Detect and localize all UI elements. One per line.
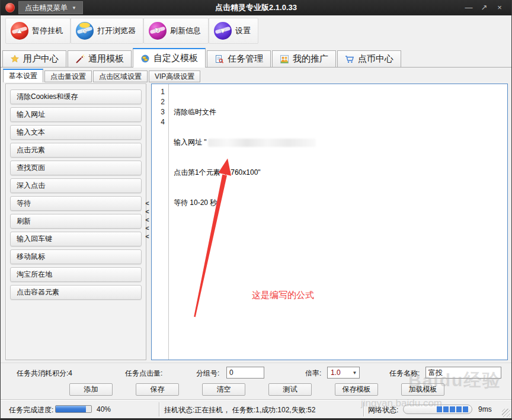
group-number-input[interactable]	[226, 367, 264, 379]
tab-my-promotion[interactable]: 我的推广	[272, 50, 336, 67]
sub-tab-bar: 基本设置 点击量设置 点击区域设置 VIP高级设置	[3, 69, 201, 82]
code-line-text: 输入网址 "	[174, 137, 207, 148]
chevron-left-icon: <	[145, 207, 149, 216]
progress-percent: 40%	[97, 405, 111, 413]
sidebar-btn-click-container[interactable]: 点击容器元素	[10, 285, 142, 300]
doc-magnifier-icon	[215, 54, 224, 64]
code-line: 清除临时文件	[174, 107, 507, 117]
pause-hangup-button[interactable]: ▲ 暂停挂机	[5, 18, 71, 44]
tab-label: 自定义模板	[153, 53, 198, 64]
tab-label: 任务管理	[228, 53, 263, 65]
subtab-label: 基本设置	[9, 71, 37, 81]
chevron-left-icon: <	[145, 216, 149, 224]
open-browser-button[interactable]: e 打开浏览器	[71, 18, 143, 44]
line-number: 3	[152, 107, 165, 117]
resize-grip[interactable]	[502, 409, 510, 417]
magic-wand-icon	[75, 54, 85, 64]
settings-label: 设置	[235, 25, 251, 36]
subtab-basic-settings[interactable]: 基本设置	[3, 69, 43, 82]
code-line-text: 清除临时文件	[174, 107, 216, 117]
signal-block	[456, 406, 462, 412]
refresh-info-label: 刷新信息	[170, 25, 201, 36]
chevron-left-icon: <	[145, 224, 149, 232]
sidebar-btn-move-mouse[interactable]: 移动鼠标	[10, 249, 142, 264]
line-number: 1	[152, 87, 165, 97]
splitter-handle[interactable]: < < < < <	[143, 199, 151, 241]
code-line: 等待 10-20 秒	[174, 198, 507, 208]
settings-ball-icon: ▼	[214, 22, 232, 40]
refresh-info-ball-icon: ↻	[149, 22, 167, 40]
rate-dropdown[interactable]: 1.0 ▼	[327, 367, 360, 379]
rate-value: 1.0	[328, 368, 350, 377]
sidebar-btn-refresh[interactable]: 刷新	[10, 214, 142, 229]
save-button[interactable]: 保存	[136, 383, 179, 396]
code-line: 输入网址 "	[174, 137, 507, 148]
app-logo-icon	[5, 3, 15, 12]
clear-button[interactable]: 清空	[202, 383, 245, 396]
people-icon	[280, 54, 289, 64]
subtab-label: VIP高级设置	[155, 72, 194, 82]
sidebar-btn-taobao-location[interactable]: 淘宝所在地	[10, 267, 142, 282]
tab-label: 点币中心	[358, 53, 393, 65]
subtab-click-area-settings[interactable]: 点击区域设置	[93, 70, 148, 82]
sidebar-btn-input-text[interactable]: 输入文本	[10, 125, 142, 140]
line-number: 2	[152, 97, 165, 107]
toolbar: ▲ 暂停挂机 e 打开浏览器 ↻ 刷新信息 ▼ 设置	[1, 15, 511, 47]
divider	[363, 402, 364, 416]
sidebar-btn-input-url[interactable]: 输入网址	[10, 107, 142, 122]
test-button[interactable]: 测试	[268, 383, 312, 396]
sidebar-btn-clear-cookies[interactable]: 清除Cookies和缓存	[10, 89, 142, 104]
open-browser-label: 打开浏览器	[97, 25, 136, 36]
code-line: 点击第1个元素 "m760x100"	[174, 168, 507, 178]
points-consumed-label: 任务共消耗积分:4	[17, 368, 72, 379]
tab-label: 我的推广	[293, 53, 328, 65]
star-icon	[10, 54, 20, 64]
signal-block	[443, 406, 449, 412]
minimize-button[interactable]: —	[464, 3, 473, 12]
load-template-button[interactable]: 加载模板	[401, 383, 444, 396]
tab-custom-template[interactable]: 自定义模板	[133, 48, 206, 68]
app-menu-button[interactable]: 点击精灵菜单 ▼	[18, 1, 83, 14]
line-number: 4	[152, 117, 165, 127]
subtab-vip-advanced-settings[interactable]: VIP高级设置	[149, 70, 200, 82]
latency-value: 9ms	[478, 405, 492, 413]
script-editor[interactable]: 1 2 3 4 清除临时文件 输入网址 " 点击第1个元素 "m760x100"…	[151, 84, 508, 360]
refresh-info-button[interactable]: ↻ 刷新信息	[143, 18, 209, 44]
window-controls: — ↗ ×	[464, 3, 511, 12]
task-form-panel: 任务共消耗积分:4 任务点击量: 分组号: 倍率: 1.0 ▼ 任务名称: 添加…	[1, 363, 511, 399]
tab-task-manage[interactable]: 任务管理	[207, 50, 271, 67]
tab-coin-center[interactable]: 点币中心	[337, 50, 401, 67]
signal-block	[463, 406, 468, 412]
app-menu-label: 点击精灵菜单	[25, 3, 68, 13]
progress-bar	[55, 405, 92, 413]
task-name-label: 任务名称:	[389, 368, 420, 379]
sidebar-btn-click-element[interactable]: 点击元素	[10, 143, 142, 158]
subtab-click-volume-settings[interactable]: 点击量设置	[44, 70, 92, 82]
shopping-cart-icon	[345, 54, 354, 64]
add-button[interactable]: 添加	[69, 383, 113, 396]
close-button[interactable]: ×	[495, 3, 504, 12]
tab-user-center[interactable]: 用户中心	[2, 50, 66, 67]
line-number-gutter: 1 2 3 4	[152, 84, 169, 360]
maximize-button[interactable]: ↗	[479, 3, 489, 12]
chevron-left-icon: <	[145, 232, 149, 241]
signal-block	[450, 406, 455, 412]
settings-button[interactable]: ▼ 设置	[209, 18, 258, 44]
task-name-input[interactable]	[425, 367, 501, 379]
sidebar-btn-deep-click[interactable]: 深入点击	[10, 178, 142, 193]
main-tab-bar: 用户中心 通用模板 自定义模板 任务管理 我的推广 点币中心	[1, 47, 511, 68]
tab-general-template[interactable]: 通用模板	[68, 50, 132, 67]
divider	[159, 402, 160, 416]
task-clicks-label: 任务点击量:	[125, 368, 162, 379]
censored-url-blur	[208, 139, 316, 147]
status-bar: 任务完成进度: 40% 挂机状态:正在挂机， 任务数:1,成功:102,失败:5…	[1, 399, 511, 418]
sidebar-btn-input-enter[interactable]: 输入回车键	[10, 232, 142, 246]
save-template-button[interactable]: 保存模板	[335, 383, 378, 396]
template-blocks-icon	[140, 54, 150, 63]
open-browser-ball-icon: e	[76, 22, 94, 40]
script-text-area[interactable]: 清除临时文件 输入网址 " 点击第1个元素 "m760x100" 等待 10-2…	[169, 84, 507, 360]
subtab-label: 点击量设置	[50, 72, 86, 82]
sidebar-btn-find-page[interactable]: 查找页面	[10, 161, 142, 175]
sidebar-btn-wait[interactable]: 等待	[10, 196, 142, 211]
command-sidebar: 清除Cookies和缓存 输入网址 输入文本 点击元素 查找页面 深入点击 等待…	[5, 84, 146, 360]
